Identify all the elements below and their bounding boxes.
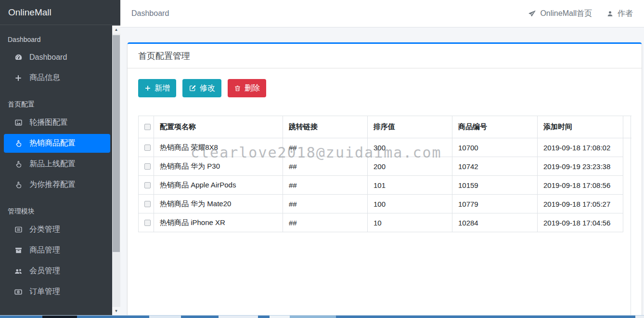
edit-icon	[189, 84, 196, 92]
cell-sort: 100	[368, 195, 452, 213]
config-card: 首页配置管理 新增 修改	[128, 42, 642, 315]
hand-point-up-icon	[13, 139, 23, 147]
box-icon	[13, 246, 23, 254]
row-checkbox[interactable]	[144, 182, 151, 188]
cell-sort: 300	[368, 138, 452, 157]
sidebar-item-carousel-config[interactable]: 轮播图配置	[4, 113, 110, 132]
row-checkbox[interactable]	[144, 220, 151, 226]
checkbox-cell	[139, 213, 154, 232]
cell-link: ##	[283, 213, 368, 232]
cell-link: ##	[283, 138, 368, 157]
plus-icon	[144, 85, 151, 92]
table-row[interactable]: 热销商品 华为 Mate20 ## 100 10779 2019-09-18 1…	[139, 195, 631, 213]
sidebar-item-order-mgmt[interactable]: 订单管理	[4, 282, 110, 301]
taskbar-segment	[42, 316, 77, 318]
checkbox-cell	[139, 195, 154, 213]
nav-section-header-home-config: 首页配置	[0, 96, 112, 113]
author-link[interactable]: 作者	[606, 9, 633, 19]
sidebar-item-product-mgmt[interactable]: 商品管理	[4, 241, 110, 260]
col-header-product-id: 商品编号	[452, 116, 538, 138]
sidebar-nav: Dashboard Dashboard 商品信息 首页配置 轮播图配置 热销商品	[0, 26, 112, 315]
edit-button[interactable]: 修改	[182, 79, 221, 97]
scrollbar-thumb[interactable]	[113, 35, 120, 252]
sidebar-item-dashboard[interactable]: Dashboard	[4, 48, 110, 66]
cell-product-id: 10779	[452, 195, 538, 213]
breadcrumb[interactable]: Dashboard	[131, 9, 169, 18]
table-row[interactable]: 热销商品 华为 P30 ## 200 10742 2019-09-19 23:2…	[139, 157, 631, 176]
paper-plane-icon	[528, 10, 536, 18]
checkbox-cell	[139, 176, 154, 195]
sidebar: OnlineMall Dashboard Dashboard 商品信息 首页配置…	[0, 0, 120, 315]
sidebar-item-hot-products-config[interactable]: 热销商品配置	[4, 134, 110, 153]
edit-button-label: 修改	[200, 83, 215, 93]
sidebar-item-label: Dashboard	[29, 53, 67, 62]
image-icon	[13, 119, 23, 127]
col-header-added-at: 添加时间	[538, 116, 623, 138]
sidebar-item-label: 新品上线配置	[29, 159, 76, 169]
cell-product-id: 10284	[452, 213, 538, 232]
sidebar-item-label: 商品管理	[29, 245, 60, 255]
col-header-name: 配置项名称	[154, 116, 283, 138]
add-button[interactable]: 新增	[138, 79, 176, 97]
cell-name: 热销商品 华为 Mate20	[154, 195, 283, 213]
col-header-spacer	[623, 116, 631, 138]
table-right-border	[631, 116, 631, 315]
cell-name: 热销商品 华为 P30	[154, 157, 283, 176]
cell-sort: 10	[368, 213, 452, 232]
checkbox-cell	[139, 157, 154, 176]
config-table: 配置项名称 跳转链接 排序值 商品编号 添加时间 热销商品 荣耀8X8 ##	[138, 116, 631, 232]
scroll-down-icon[interactable]: ▼	[112, 307, 120, 315]
trash-icon	[234, 85, 241, 92]
select-all-checkbox[interactable]	[144, 124, 151, 130]
taskbar-segment	[149, 316, 181, 318]
row-checkbox[interactable]	[144, 145, 151, 151]
plus-icon	[13, 74, 23, 82]
hand-point-up-icon	[13, 160, 23, 168]
topbar-right: OnlineMall首页 作者	[528, 9, 633, 19]
cell-added-at: 2019-09-18 17:08:02	[538, 138, 623, 157]
page-title: 首页配置管理	[138, 50, 631, 62]
home-link[interactable]: OnlineMall首页	[528, 9, 592, 19]
nav-section-header-management: 管理模块	[0, 203, 112, 220]
add-button-label: 新增	[155, 83, 170, 93]
cell-name: 热销商品 iPhone XR	[154, 213, 283, 232]
taskbar[interactable]	[0, 315, 644, 318]
delete-button[interactable]: 删除	[228, 79, 266, 97]
card-body: 新增 修改 删除	[128, 68, 642, 243]
sidebar-item-product-info[interactable]: 商品信息	[4, 68, 110, 87]
scroll-up-icon[interactable]: ▲	[112, 26, 120, 34]
sidebar-item-label: 分类管理	[29, 225, 60, 235]
row-checkbox[interactable]	[144, 163, 151, 170]
sidebar-scrollbar[interactable]: ▲ ▼	[112, 26, 120, 315]
sidebar-item-category-mgmt[interactable]: 分类管理	[4, 220, 110, 239]
taskbar-segment	[219, 316, 258, 318]
cell-product-id: 10700	[452, 138, 538, 157]
config-table-zone: 配置项名称 跳转链接 排序值 商品编号 添加时间 热销商品 荣耀8X8 ##	[138, 116, 631, 232]
sidebar-item-label: 商品信息	[29, 73, 60, 83]
cell-link: ##	[283, 195, 368, 213]
select-all-cell	[139, 116, 154, 138]
table-row[interactable]: 热销商品 荣耀8X8 ## 300 10700 2019-09-18 17:08…	[139, 138, 631, 157]
tachometer-icon	[13, 53, 23, 61]
sidebar-item-recommended-config[interactable]: 为你推荐配置	[4, 175, 110, 194]
table-header-row: 配置项名称 跳转链接 排序值 商品编号 添加时间	[139, 116, 631, 138]
users-icon	[13, 267, 23, 276]
cell-added-at: 2019-09-18 17:04:56	[538, 213, 623, 232]
author-link-label: 作者	[618, 9, 633, 19]
table-row[interactable]: 热销商品 iPhone XR ## 10 10284 2019-09-18 17…	[139, 213, 631, 232]
topbar: Dashboard OnlineMall首页 作者	[120, 0, 644, 27]
row-checkbox[interactable]	[144, 201, 151, 207]
brand-logo[interactable]: OnlineMall	[0, 0, 120, 25]
cell-link: ##	[283, 157, 368, 176]
sidebar-item-label: 轮播图配置	[29, 118, 68, 128]
cell-product-id: 10159	[452, 176, 538, 195]
user-icon	[606, 10, 614, 17]
table-row[interactable]: 热销商品 Apple AirPods ## 101 10159 2019-09-…	[139, 176, 631, 195]
toolbar: 新增 修改 删除	[138, 79, 631, 97]
sidebar-item-new-products-config[interactable]: 新品上线配置	[4, 155, 110, 173]
delete-button-label: 删除	[245, 83, 260, 93]
card-header: 首页配置管理	[128, 44, 642, 68]
sidebar-item-member-mgmt[interactable]: 会员管理	[4, 262, 110, 280]
col-header-link: 跳转链接	[283, 116, 368, 138]
cell-added-at: 2019-09-18 17:05:27	[538, 195, 623, 213]
